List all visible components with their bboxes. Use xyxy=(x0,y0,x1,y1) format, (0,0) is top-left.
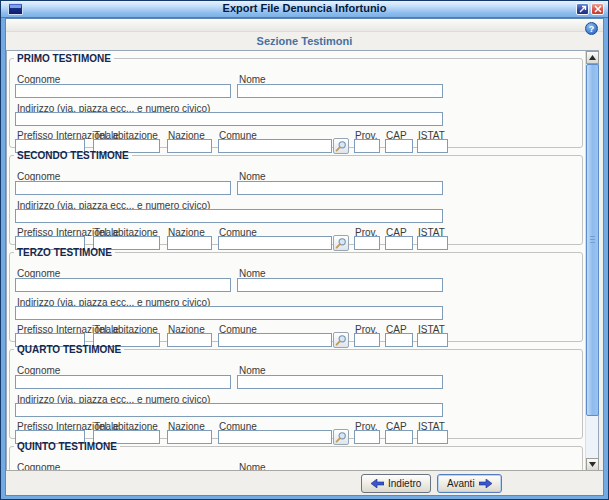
testimone-legend: PRIMO TESTIMONE xyxy=(14,53,114,64)
testimone-legend: TERZO TESTIMONE xyxy=(14,247,115,258)
window-title: Export File Denuncia Infortunio xyxy=(1,2,608,14)
testimoni-list: PRIMO TESTIMONE Cognome Nome Indirizzo (… xyxy=(7,51,585,471)
testimone-group: PRIMO TESTIMONE Cognome Nome Indirizzo (… xyxy=(9,53,583,148)
indietro-button[interactable]: Indietro xyxy=(361,474,431,493)
testimone-legend: QUARTO TESTIMONE xyxy=(14,344,124,355)
next-arrow-icon xyxy=(479,479,492,488)
nome-input[interactable] xyxy=(237,278,443,292)
avanti-button[interactable]: Avanti xyxy=(437,474,502,493)
avanti-label: Avanti xyxy=(447,478,475,489)
footer-bar: Indietro Avanti xyxy=(6,470,603,495)
cognome-input[interactable] xyxy=(15,181,231,195)
title-bar[interactable]: Export File Denuncia Infortunio xyxy=(1,1,608,18)
testimone-group: TERZO TESTIMONE Cognome Nome Indirizzo (… xyxy=(9,247,583,342)
scroll-up-icon xyxy=(589,55,596,60)
indirizzo-input[interactable] xyxy=(15,112,443,126)
close-icon xyxy=(594,5,602,13)
dialog-window: Export File Denuncia Infortunio ? Sezion… xyxy=(0,0,609,500)
nome-input[interactable] xyxy=(237,375,443,389)
cognome-input[interactable] xyxy=(15,278,231,292)
indirizzo-input[interactable] xyxy=(15,403,443,417)
section-title: Sezione Testimoni xyxy=(6,32,603,50)
restore-button[interactable] xyxy=(576,3,589,15)
nome-input[interactable] xyxy=(237,84,443,98)
scroll-down-icon xyxy=(589,462,596,467)
indirizzo-input[interactable] xyxy=(15,209,443,223)
restore-icon xyxy=(579,5,587,13)
cognome-input[interactable] xyxy=(15,375,231,389)
close-button[interactable] xyxy=(591,3,604,15)
vertical-scrollbar[interactable] xyxy=(585,51,598,471)
testimone-legend: SECONDO TESTIMONE xyxy=(14,150,132,161)
back-arrow-icon xyxy=(371,479,384,488)
indietro-label: Indietro xyxy=(388,478,421,489)
testimone-group: QUINTO TESTIMONE Cognome Nome Indirizzo … xyxy=(9,441,583,471)
nome-input[interactable] xyxy=(237,181,443,195)
testimone-legend: QUINTO TESTIMONE xyxy=(14,441,120,452)
form-scroll-panel: PRIMO TESTIMONE Cognome Nome Indirizzo (… xyxy=(6,50,599,472)
indirizzo-input[interactable] xyxy=(15,306,443,320)
scroll-up-button[interactable] xyxy=(586,51,599,64)
toolbar: ? xyxy=(6,19,603,32)
help-icon[interactable]: ? xyxy=(585,22,598,35)
cognome-input[interactable] xyxy=(15,84,231,98)
testimone-group: QUARTO TESTIMONE Cognome Nome Indirizzo … xyxy=(9,344,583,439)
window-controls xyxy=(576,3,604,15)
scrollbar-thumb[interactable] xyxy=(586,64,599,416)
dialog-body: ? Sezione Testimoni PRIMO TESTIMONE Cogn… xyxy=(5,18,604,496)
testimone-group: SECONDO TESTIMONE Cognome Nome Indirizzo… xyxy=(9,150,583,245)
